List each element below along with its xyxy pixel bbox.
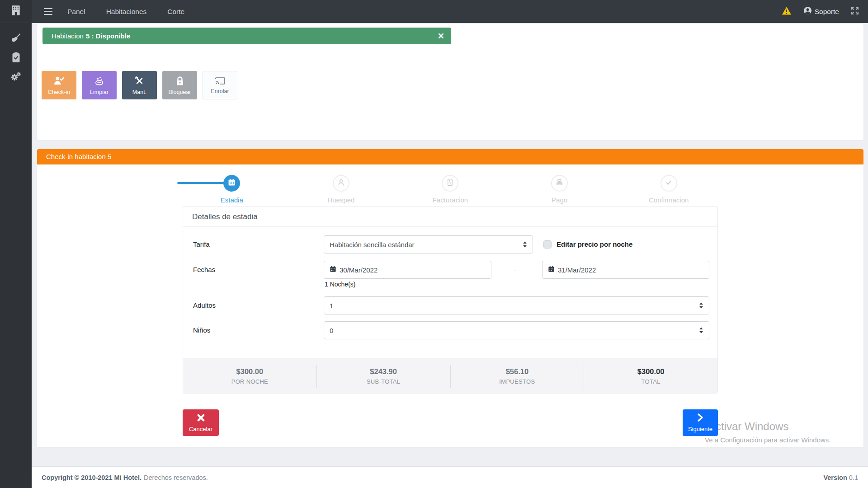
- summary-taxes: $56.10 IMPUESTOS: [451, 365, 585, 388]
- select-arrows-icon: [523, 241, 527, 248]
- nav-link-corte[interactable]: Corte: [157, 0, 195, 23]
- footer-copyright: Copyright © 2010-2021 Mi Hotel.: [42, 474, 142, 481]
- form-title: Detalles de estadia: [183, 206, 717, 227]
- close-icon[interactable]: [437, 32, 445, 40]
- select-arrows-icon: [699, 302, 703, 309]
- page-footer: Copyright © 2010-2021 Mi Hotel.Derechos …: [32, 466, 868, 488]
- adultos-select[interactable]: 1: [324, 296, 709, 314]
- enroll-button[interactable]: Enrolar: [203, 71, 237, 99]
- calendar-icon: [548, 266, 558, 274]
- action-label: Limpiar: [90, 89, 108, 95]
- step-huesped[interactable]: Huesped: [287, 175, 396, 204]
- date-start-value: 30/Mar/2022: [340, 266, 377, 274]
- soap-icon: [94, 75, 105, 88]
- clean-button[interactable]: Limpiar: [82, 71, 117, 99]
- step-confirmacion[interactable]: Confirmacion: [614, 175, 723, 204]
- watermark-line2: Ve a Configuración para activar Windows.: [705, 436, 830, 444]
- footer-version-value: 0.1: [849, 474, 858, 481]
- select-arrows-icon: [699, 327, 703, 334]
- sidebar-item-settings[interactable]: [10, 71, 22, 83]
- close-x-icon: [197, 413, 205, 423]
- checkin-panel-title: Check-in habitacion 5: [37, 149, 863, 164]
- footer-rights: Derechos reservados.: [144, 474, 208, 481]
- fullscreen-icon[interactable]: [851, 7, 859, 17]
- date-start-input[interactable]: 30/Mar/2022: [324, 261, 491, 279]
- alert-text-status: 5 : Disponible: [86, 32, 130, 40]
- summary-value: $300.00: [183, 367, 316, 376]
- price-summary: $300.00 POR NOCHE $243.90 SUB-TOTAL $56.…: [183, 358, 717, 394]
- maintenance-button[interactable]: Mant.: [122, 71, 157, 99]
- cancel-button[interactable]: Cancelar: [183, 409, 219, 436]
- chevron-right-icon: [697, 413, 704, 423]
- step-facturacion[interactable]: $ Facturacion: [396, 175, 505, 204]
- person-icon: [337, 178, 345, 188]
- alert-text-prefix: Habitacion: [52, 32, 84, 40]
- action-label: Mant.: [132, 89, 146, 95]
- gears-icon: [10, 71, 22, 82]
- step-label: Estadia: [221, 196, 243, 204]
- cancel-label: Cancelar: [189, 426, 212, 432]
- date-end-input[interactable]: 31/Mar/2022: [542, 261, 709, 279]
- stay-details-form: Detalles de estadia Tarifa Habitación se…: [183, 206, 718, 394]
- summary-subtotal: $243.90 SUB-TOTAL: [317, 365, 451, 388]
- checkin-button[interactable]: Check-in: [42, 71, 76, 99]
- checkin-wizard-card: Estadia Huesped $ Facturacion: [37, 164, 863, 447]
- tarifa-value: Habitación sencilla estándar: [330, 241, 415, 249]
- svg-text:$: $: [449, 182, 451, 185]
- adultos-label: Adultos: [193, 296, 216, 314]
- edit-price-label: Editar precio por noche: [557, 235, 632, 253]
- check-icon: [665, 178, 673, 188]
- summary-label: SUB-TOTAL: [317, 378, 450, 385]
- edit-price-checkbox[interactable]: [543, 240, 552, 249]
- action-label: Bloquear: [168, 89, 191, 95]
- nights-count: 1 Noche(s): [325, 281, 355, 288]
- ninos-value: 0: [330, 327, 333, 334]
- summary-value: $300.00: [584, 367, 717, 376]
- support-label: Soporte: [815, 8, 839, 16]
- user-check-icon: [53, 75, 65, 88]
- step-estadia[interactable]: Estadia: [177, 175, 287, 204]
- action-label: Check-in: [48, 89, 70, 95]
- step-label: Confirmacion: [649, 196, 689, 204]
- sidebar: [0, 0, 32, 488]
- support-menu[interactable]: Soporte: [803, 6, 839, 17]
- sidebar-item-housekeeping[interactable]: [10, 32, 22, 44]
- tarifa-select[interactable]: Habitación sencilla estándar: [324, 235, 533, 253]
- invoice-icon: $: [446, 178, 454, 188]
- lock-icon: [175, 75, 185, 88]
- wizard-progress-line: [177, 182, 224, 184]
- summary-label: TOTAL: [584, 378, 717, 385]
- fechas-label: Fechas: [193, 261, 215, 279]
- user-circle-icon: [803, 6, 812, 17]
- summary-label: IMPUESTOS: [451, 378, 584, 385]
- adultos-value: 1: [330, 302, 333, 310]
- calendar-icon: [330, 266, 340, 274]
- top-navbar: Panel Habitaciones Corte Soporte: [32, 0, 868, 23]
- room-actions: Check-in Limpiar Mant. Bloquear Enrolar: [42, 71, 237, 99]
- ninos-select[interactable]: 0: [324, 321, 709, 339]
- step-label: Facturacion: [433, 196, 468, 204]
- summary-total: $300.00 TOTAL: [584, 365, 717, 388]
- next-button[interactable]: Siguiente: [683, 409, 718, 436]
- broom-icon: [10, 33, 21, 43]
- app-logo[interactable]: [0, 0, 32, 23]
- action-label: Enrolar: [211, 89, 229, 94]
- room-status-alert: Habitacion 5 : Disponible: [42, 28, 451, 44]
- summary-value: $56.10: [451, 367, 584, 376]
- step-label: Pago: [552, 196, 567, 204]
- date-end-value: 31/Mar/2022: [558, 266, 596, 274]
- next-label: Siguiente: [688, 426, 712, 432]
- step-label: Huesped: [327, 196, 354, 204]
- sidebar-item-tasks[interactable]: [10, 52, 22, 63]
- warning-triangle-icon[interactable]: [782, 6, 792, 17]
- windows-activation-watermark: Activar Windows Ve a Configuración para …: [708, 420, 830, 444]
- menu-toggle-button[interactable]: [39, 0, 57, 23]
- nav-link-habitaciones[interactable]: Habitaciones: [96, 0, 157, 23]
- block-button[interactable]: Bloquear: [162, 71, 197, 99]
- summary-per-night: $300.00 POR NOCHE: [183, 365, 317, 388]
- cast-icon: [215, 76, 226, 87]
- step-pago[interactable]: Pago: [505, 175, 614, 204]
- footer-version-label: Version: [823, 474, 847, 481]
- room-status-card: Habitacion 5 : Disponible Check-in Limpi…: [37, 24, 863, 140]
- nav-link-panel[interactable]: Panel: [57, 0, 96, 23]
